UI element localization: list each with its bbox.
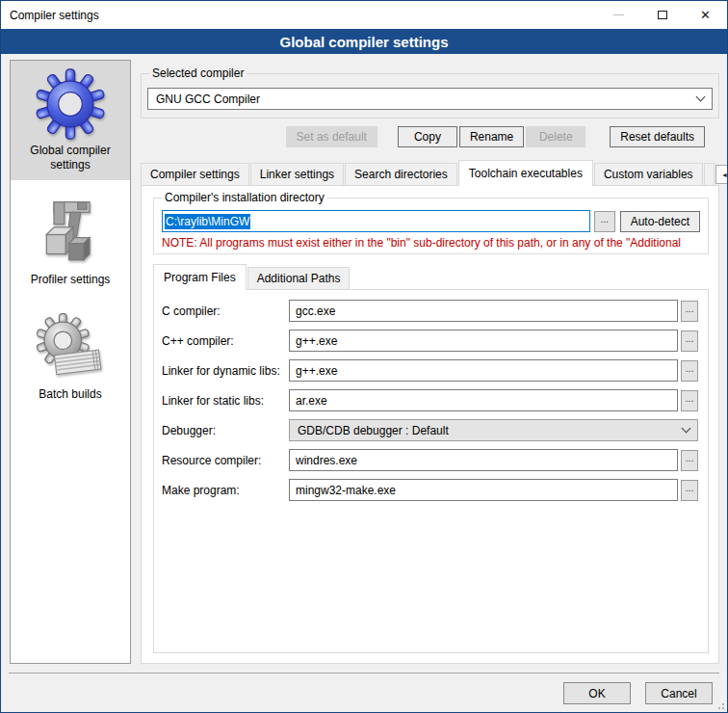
c-compiler-input[interactable]: [289, 300, 678, 322]
field-row-debugger: Debugger: GDB/CDB debugger : Default: [162, 419, 698, 441]
cpp-compiler-browse-button[interactable]: ...: [681, 330, 698, 352]
compiler-select-value: GNU GCC Compiler: [156, 92, 697, 106]
tab-compiler-settings[interactable]: Compiler settings: [141, 163, 249, 185]
sidebar-item-batch-builds[interactable]: Batch builds: [11, 304, 130, 409]
selected-compiler-group-label: Selected compiler: [149, 66, 247, 80]
tab-scroll-left-button[interactable]: ◄: [715, 165, 728, 184]
sidebar-item-label: Global compiler settings: [14, 144, 126, 172]
compiler-buttons-row: Set as default Copy Rename Delete Reset …: [141, 126, 705, 147]
cpp-compiler-input[interactable]: [289, 330, 678, 352]
make-program-browse-button[interactable]: ...: [681, 480, 698, 501]
compiler-select[interactable]: GNU GCC Compiler: [147, 88, 713, 110]
resource-compiler-input[interactable]: [289, 449, 678, 471]
installation-directory-row: C:\raylib\MinGW ... Auto-detect: [162, 210, 700, 232]
sidebar-item-label: Profiler settings: [31, 273, 111, 287]
settings-tabstrip: Compiler settings Linker settings Search…: [141, 160, 719, 185]
close-icon: ✕: [700, 8, 711, 22]
field-label: C++ compiler:: [162, 334, 289, 348]
program-files-panel: C compiler: ... C++ compiler: ... Linker…: [153, 289, 709, 653]
reset-defaults-button[interactable]: Reset defaults: [610, 126, 705, 147]
subtab-additional-paths[interactable]: Additional Paths: [247, 267, 351, 289]
close-button[interactable]: ✕: [684, 1, 727, 29]
installation-directory-value: C:\raylib\MinGW: [165, 214, 250, 229]
field-label: Make program:: [162, 484, 289, 497]
tab-search-directories[interactable]: Search directories: [345, 163, 457, 185]
tab-custom-variables[interactable]: Custom variables: [594, 163, 703, 185]
tab-build-options[interactable]: Build options: [704, 163, 715, 185]
static-linker-browse-button[interactable]: ...: [681, 390, 698, 411]
tab-scroll-arrows: ◄ ►: [715, 165, 728, 185]
window-title: Compiler settings: [1, 9, 99, 22]
gear-stack-gray-icon: [35, 312, 106, 383]
minimize-button[interactable]: [597, 1, 640, 29]
field-row-c-compiler: C compiler: ...: [162, 300, 698, 322]
installation-directory-browse-button[interactable]: ...: [594, 211, 615, 232]
debugger-select[interactable]: GDB/CDB debugger : Default: [289, 419, 698, 441]
sidebar: Global compiler settings: [10, 60, 131, 664]
field-row-static-linker: Linker for static libs: ...: [162, 389, 698, 411]
sidebar-item-profiler-settings[interactable]: Profiler settings: [11, 190, 130, 295]
gear-blue-icon: [35, 68, 106, 140]
sidebar-item-global-compiler-settings[interactable]: Global compiler settings: [11, 61, 130, 180]
resize-grip[interactable]: [716, 701, 724, 709]
chevron-down-icon: [682, 424, 691, 434]
maximize-icon: [658, 11, 667, 19]
toolchain-executables-panel: Compiler's installation directory C:\ray…: [141, 185, 719, 664]
tab-linker-settings[interactable]: Linker settings: [250, 163, 344, 185]
installation-directory-group: Compiler's installation directory C:\ray…: [153, 198, 709, 254]
installation-directory-group-label: Compiler's installation directory: [162, 191, 327, 204]
window-controls: ✕: [597, 1, 727, 29]
cancel-button[interactable]: Cancel: [645, 682, 713, 704]
field-label: Linker for dynamic libs:: [162, 364, 289, 378]
compiler-settings-dialog: Compiler settings ✕ Global compiler sett…: [0, 0, 728, 713]
arrow-left-icon: ◄: [721, 172, 728, 178]
ok-button[interactable]: OK: [563, 682, 631, 704]
dynamic-linker-input[interactable]: [289, 359, 678, 382]
installation-directory-input[interactable]: C:\raylib\MinGW: [162, 210, 590, 232]
field-label: Linker for static libs:: [162, 394, 289, 408]
make-program-input[interactable]: [289, 479, 678, 501]
caliper-gray-icon: [35, 198, 106, 269]
static-linker-input[interactable]: [289, 389, 678, 411]
chevron-down-icon: [696, 92, 706, 102]
maximize-button[interactable]: [640, 1, 684, 29]
auto-detect-button[interactable]: Auto-detect: [620, 211, 700, 232]
tab-toolchain-executables[interactable]: Toolchain executables: [458, 160, 593, 186]
set-as-default-button[interactable]: Set as default: [286, 126, 377, 147]
note-text: NOTE: All programs must exist either in …: [162, 236, 700, 250]
debugger-select-value: GDB/CDB debugger : Default: [298, 424, 683, 437]
field-label: Resource compiler:: [162, 454, 289, 467]
selected-compiler-group: Selected compiler GNU GCC Compiler: [141, 73, 719, 119]
dialog-footer: OK Cancel: [9, 673, 719, 712]
field-row-resource-compiler: Resource compiler: ...: [162, 449, 698, 471]
program-files-tabstrip: Program Files Additional Paths: [153, 264, 711, 289]
copy-button[interactable]: Copy: [398, 126, 457, 147]
c-compiler-browse-button[interactable]: ...: [681, 301, 698, 322]
resource-compiler-browse-button[interactable]: ...: [681, 450, 698, 471]
dialog-header-title: Global compiler settings: [279, 34, 448, 50]
delete-button[interactable]: Delete: [526, 126, 585, 147]
subtab-program-files[interactable]: Program Files: [153, 264, 247, 290]
field-row-dynamic-linker: Linker for dynamic libs: ...: [162, 359, 698, 382]
title-bar: Compiler settings ✕: [1, 1, 727, 29]
field-row-make-program: Make program: ...: [162, 479, 698, 501]
dynamic-linker-browse-button[interactable]: ...: [681, 360, 698, 382]
dialog-body: Global compiler settings: [1, 54, 727, 673]
dialog-header: Global compiler settings: [1, 29, 727, 54]
field-label: C compiler:: [162, 304, 289, 318]
main-panel: Selected compiler GNU GCC Compiler Set a…: [141, 60, 719, 673]
minimize-icon: [613, 14, 624, 15]
field-label: Debugger:: [162, 424, 289, 437]
sidebar-item-label: Batch builds: [39, 387, 101, 402]
field-row-cpp-compiler: C++ compiler: ...: [162, 330, 698, 352]
rename-button[interactable]: Rename: [459, 126, 524, 147]
